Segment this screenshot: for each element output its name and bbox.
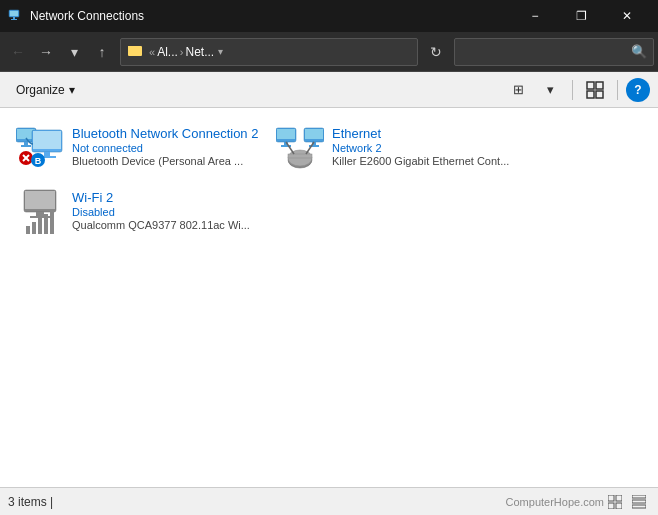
- organize-button[interactable]: Organize ▾: [8, 76, 83, 104]
- toolbar-separator: [572, 80, 573, 100]
- help-button[interactable]: ?: [626, 78, 650, 102]
- svg-text:B: B: [35, 156, 42, 166]
- status-view-controls: [604, 491, 650, 513]
- restore-button[interactable]: ❐: [558, 0, 604, 32]
- network-grid: B Bluetooth Network Connection 2 Not con…: [8, 116, 650, 244]
- svg-rect-8: [587, 91, 594, 98]
- breadcrumb-current: Net...: [185, 45, 214, 59]
- refresh-button[interactable]: ↻: [422, 38, 450, 66]
- svg-rect-44: [50, 210, 54, 234]
- item-info: Wi-Fi 2 Disabled Qualcomm QCA9377 802.11…: [72, 188, 260, 231]
- item-status: Network 2: [332, 142, 520, 154]
- svg-rect-51: [632, 505, 646, 508]
- window-title: Network Connections: [30, 9, 512, 23]
- svg-rect-40: [26, 226, 30, 234]
- search-box[interactable]: 🔍: [454, 38, 654, 66]
- address-bar: ← → ▾ ↑ « Al... › Net... ▾ ↻ 🔍: [0, 32, 658, 72]
- svg-rect-28: [305, 129, 323, 139]
- svg-rect-45: [608, 495, 614, 501]
- svg-rect-3: [11, 19, 17, 20]
- svg-rect-43: [44, 214, 48, 234]
- breadcrumb-parent: Al...: [157, 45, 178, 59]
- wifi-network-icon: [16, 188, 64, 236]
- svg-rect-16: [44, 152, 50, 156]
- breadcrumb-sep: «: [149, 46, 155, 58]
- item-description: Killer E2600 Gigabit Ethernet Cont...: [332, 155, 520, 167]
- toolbar-right: ⊞ ▾ ?: [504, 76, 650, 104]
- svg-rect-33: [288, 154, 312, 158]
- breadcrumb-path: « Al... › Net... ▾: [127, 42, 411, 61]
- status-separator: |: [50, 495, 53, 509]
- list-item[interactable]: B Bluetooth Network Connection 2 Not con…: [8, 116, 268, 180]
- svg-rect-6: [587, 82, 594, 89]
- item-description: Qualcomm QCA9377 802.11ac Wi...: [72, 219, 260, 231]
- view-icon: ⊞: [513, 82, 524, 97]
- svg-rect-13: [21, 145, 31, 147]
- toolbar: Organize ▾ ⊞ ▾ ?: [0, 72, 658, 108]
- item-description: Bluetooth Device (Personal Area ...: [72, 155, 260, 167]
- item-name: Wi-Fi 2: [72, 190, 260, 205]
- view-icon-button[interactable]: ⊞: [504, 76, 532, 104]
- large-icons-view-icon: [608, 495, 622, 509]
- item-name: Ethernet: [332, 126, 520, 141]
- view-dropdown-icon: ▾: [547, 82, 554, 97]
- view-dropdown-button[interactable]: ▾: [536, 76, 564, 104]
- svg-rect-12: [24, 142, 28, 145]
- svg-rect-1: [10, 11, 18, 16]
- svg-rect-15: [33, 131, 61, 149]
- svg-line-35: [306, 142, 314, 154]
- layout-icon: [586, 81, 604, 99]
- watermark: ComputerHope.com: [506, 496, 604, 508]
- address-bar-input[interactable]: « Al... › Net... ▾: [120, 38, 418, 66]
- details-view-icon: [632, 495, 646, 509]
- close-button[interactable]: ✕: [604, 0, 650, 32]
- organize-dropdown-icon: ▾: [69, 83, 75, 97]
- app-icon: [8, 8, 24, 24]
- ethernet-network-icon: [276, 124, 324, 172]
- svg-line-34: [286, 142, 294, 154]
- wifi-icon-container: [16, 188, 64, 236]
- toolbar-separator-2: [617, 80, 618, 100]
- up-button[interactable]: ↑: [88, 38, 116, 66]
- item-name: Bluetooth Network Connection 2: [72, 126, 260, 141]
- network-monitor-icon: B: [16, 124, 64, 172]
- item-info: Bluetooth Network Connection 2 Not conne…: [72, 124, 260, 167]
- main-content: B Bluetooth Network Connection 2 Not con…: [0, 108, 658, 487]
- forward-button[interactable]: →: [32, 38, 60, 66]
- item-status: Not connected: [72, 142, 260, 154]
- svg-rect-7: [596, 82, 603, 89]
- svg-rect-46: [616, 495, 622, 501]
- dropdown-button[interactable]: ▾: [60, 38, 88, 66]
- ethernet-icon: [276, 124, 324, 172]
- status-details-button[interactable]: [628, 491, 650, 513]
- list-item[interactable]: Wi-Fi 2 Disabled Qualcomm QCA9377 802.11…: [8, 180, 268, 244]
- layout-button[interactable]: [581, 76, 609, 104]
- search-icon: 🔍: [631, 44, 647, 59]
- item-status: Disabled: [72, 206, 260, 218]
- svg-rect-49: [632, 495, 646, 498]
- item-count: 3 items |: [8, 495, 506, 509]
- svg-rect-24: [277, 129, 295, 139]
- svg-rect-9: [596, 91, 603, 98]
- svg-rect-41: [32, 222, 36, 234]
- svg-rect-2: [13, 17, 15, 19]
- breadcrumb-icon: [127, 42, 143, 61]
- svg-rect-48: [616, 503, 622, 509]
- item-count-text: 3 items: [8, 495, 47, 509]
- status-bar: 3 items | ComputerHope.com: [0, 487, 658, 515]
- list-item[interactable]: Ethernet Network 2 Killer E2600 Gigabit …: [268, 116, 528, 180]
- minimize-button[interactable]: −: [512, 0, 558, 32]
- status-large-icons-button[interactable]: [604, 491, 626, 513]
- breadcrumb-arrow: ›: [180, 46, 184, 58]
- svg-rect-47: [608, 503, 614, 509]
- bluetooth-connection-icon: B: [16, 124, 64, 172]
- svg-rect-38: [36, 212, 44, 216]
- back-button[interactable]: ←: [4, 38, 32, 66]
- window-controls: − ❐ ✕: [512, 0, 650, 32]
- svg-rect-42: [38, 218, 42, 234]
- svg-rect-37: [25, 191, 55, 209]
- breadcrumb-dropdown-button[interactable]: ▾: [218, 46, 223, 57]
- title-bar: Network Connections − ❐ ✕: [0, 0, 658, 32]
- item-info: Ethernet Network 2 Killer E2600 Gigabit …: [332, 124, 520, 167]
- svg-rect-50: [632, 500, 646, 503]
